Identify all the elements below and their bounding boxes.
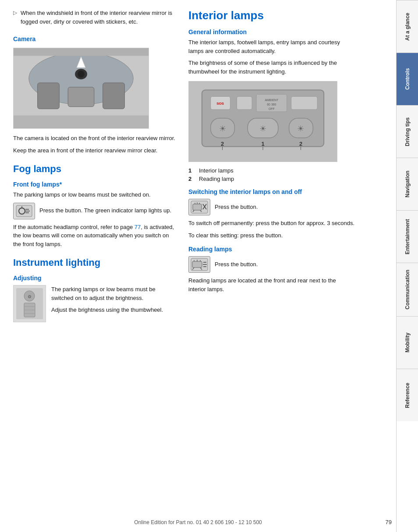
front-fog-desc1: The parking lamps or low beams must be s… — [13, 190, 175, 199]
svg-rect-32 — [291, 96, 318, 109]
front-fog-title: Front fog lamps* — [13, 181, 175, 188]
front-fog-desc2: If the automatic headlamp control, refer… — [13, 223, 175, 249]
fog-lamps-title: Fog lamps — [13, 163, 175, 175]
thumbwheel-image: ⚙ — [13, 285, 46, 322]
tab-communication[interactable]: Communication — [397, 263, 418, 316]
switching-button-row: Press the button. — [188, 199, 355, 215]
thumbwheel-svg: ⚙ — [15, 287, 44, 320]
numbered-item-2: 2 Reading lamp — [188, 176, 355, 182]
switching-desc1: Press the button. — [215, 203, 258, 211]
svg-text:2: 2 — [221, 141, 224, 147]
tab-reference[interactable]: Reference — [397, 369, 418, 421]
camera-desc1: The camera is located on the front of th… — [13, 134, 175, 143]
svg-rect-2 — [38, 83, 60, 109]
bullet-arrow-icon: ▷ — [13, 10, 17, 16]
right-column: Interior lamps General information The i… — [184, 9, 355, 523]
tab-driving-tips[interactable]: Driving tips — [397, 105, 418, 158]
adjusting-desc2: Adjust the brightness using the thumbwhe… — [51, 306, 175, 314]
adjusting-desc1: The parking lamps or low beams must be s… — [51, 285, 175, 302]
fog-icon-svg — [16, 205, 32, 217]
sidebar-tabs: At a glance Controls Driving tips Naviga… — [396, 0, 418, 532]
adjusting-text-block: The parking lamps or low beams must be s… — [51, 285, 175, 318]
page-footer: Online Edition for Part no. 01 40 2 606 … — [0, 519, 396, 525]
interior-lamps-title: Interior lamps — [188, 9, 355, 22]
num-1-label: Interior lamps — [199, 167, 234, 174]
page-wrapper: ▷ When the windshield in front of the in… — [0, 0, 418, 532]
left-column: ▷ When the windshield in front of the in… — [13, 9, 184, 523]
interior-lamp-on-icon — [188, 199, 210, 215]
reading-button-row: Press the button. — [188, 256, 355, 273]
switching-desc2: To switch off permanently: press the but… — [188, 219, 355, 228]
fog-button-icon — [13, 203, 35, 219]
camera-image — [13, 48, 149, 129]
switching-title: Switching the interior lamps on and off — [188, 188, 355, 195]
tab-controls[interactable]: Controls — [397, 53, 418, 105]
overhead-svg: SOS AMBIENT 60 360 OFF ☀ — [189, 81, 337, 162]
lamp-on-svg — [191, 201, 208, 214]
general-desc1: The interior lamps, footwell lamps, entr… — [188, 38, 355, 55]
adjusting-title: Adjusting — [13, 275, 175, 282]
svg-text:☀: ☀ — [219, 124, 226, 133]
svg-text:1: 1 — [261, 141, 264, 147]
tab-navigation[interactable]: Navigation — [397, 158, 418, 210]
camera-section-title: Camera — [13, 35, 175, 42]
fog-button-desc: Press the button. The green indicator la… — [39, 207, 171, 215]
front-fog-desc2-pre: If the automatic headlamp control, refer… — [13, 224, 135, 230]
fog-button-row: Press the button. The green indicator la… — [13, 203, 175, 219]
tab-entertainment[interactable]: Entertainment — [397, 210, 418, 263]
reading-desc1: Press the button. — [215, 261, 258, 268]
general-info-title: General information — [188, 28, 355, 35]
camera-desc2: Keep the area in front of the interior r… — [13, 146, 175, 155]
numbered-item-1: 1 Interior lamps — [188, 167, 355, 174]
svg-rect-55 — [192, 261, 202, 268]
svg-rect-9 — [14, 116, 149, 129]
svg-rect-8 — [14, 48, 149, 56]
intro-bullet: ▷ When the windshield in front of the in… — [13, 9, 175, 29]
reading-lamp-svg — [191, 258, 208, 271]
switching-desc3: To clear this setting: press the button. — [188, 231, 355, 240]
num-1: 1 — [188, 167, 195, 174]
svg-point-6 — [78, 70, 85, 78]
svg-text:☀: ☀ — [259, 124, 266, 133]
adjusting-row: ⚙ The parking lamps or low beams must be… — [13, 285, 175, 322]
general-desc2: The brightness of some of these lamps is… — [188, 59, 355, 76]
front-fog-link[interactable]: 77 — [135, 224, 141, 230]
reading-lamp-icon — [188, 256, 210, 273]
reading-desc2: Reading lamps are located at the front a… — [188, 276, 355, 293]
intro-bullet-text: When the windshield in front of the inte… — [21, 9, 175, 26]
svg-text:OFF: OFF — [269, 107, 275, 110]
reading-title: Reading lamps — [188, 246, 355, 253]
svg-rect-27 — [237, 96, 252, 109]
svg-text:60 360: 60 360 — [267, 103, 276, 106]
svg-text:☀: ☀ — [297, 124, 304, 133]
instrument-title: Instrument lighting — [13, 257, 175, 268]
overhead-console-image: SOS AMBIENT 60 360 OFF ☀ — [188, 81, 337, 162]
num-2-label: Reading lamp — [199, 176, 234, 182]
svg-text:⚙: ⚙ — [28, 294, 32, 299]
num-2: 2 — [188, 176, 195, 182]
main-content: ▷ When the windshield in front of the in… — [0, 0, 396, 532]
svg-text:2: 2 — [299, 141, 302, 147]
tab-mobility[interactable]: Mobility — [397, 316, 418, 369]
svg-text:SOS: SOS — [216, 102, 224, 106]
svg-text:AMBIENT: AMBIENT — [265, 99, 279, 102]
svg-rect-4 — [68, 87, 94, 107]
tab-at-a-glance[interactable]: At a glance — [397, 0, 418, 53]
svg-rect-46 — [193, 204, 202, 210]
camera-svg — [14, 48, 149, 129]
svg-rect-3 — [103, 83, 125, 109]
